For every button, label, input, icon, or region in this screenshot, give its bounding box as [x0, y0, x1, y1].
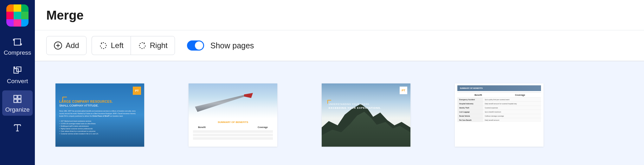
pages-area: PT LARGE COMPANY RESOURCES. SMALL COMPAN…	[35, 61, 644, 165]
page-thumbnail[interactable]: SUMMARY OF BENEFITS Benefit Coverage	[189, 83, 277, 147]
thumb-line2: EXCEEDING YOUR EXPECTATIONS.	[329, 107, 381, 109]
rotate-button-group: Left Right	[92, 36, 175, 55]
thumb-body-text: Since 1981, MHT has provided global bene…	[59, 110, 140, 135]
text-icon	[12, 122, 23, 133]
svg-rect-0	[14, 39, 21, 45]
thumb-header: SUMMARY OF BENEFITS	[457, 85, 541, 91]
rotate-left-button[interactable]: Left	[92, 36, 131, 55]
page-thumbnail[interactable]: PT UNDERSTANDING YOUR NEEDS. EXCEEDING Y…	[322, 83, 410, 147]
rotate-right-button[interactable]: Right	[131, 36, 175, 55]
sidebar-item-text[interactable]	[2, 119, 33, 135]
thumb-table-header: Benefit Coverage	[457, 92, 541, 97]
table-row: Rental VehicleCollision damage coverage	[457, 114, 541, 118]
toolbar: Add Left Right Show pages	[35, 30, 644, 61]
add-button[interactable]: Add	[46, 36, 87, 55]
svg-rect-3	[14, 95, 17, 99]
wingtip-icon	[244, 93, 253, 98]
table-row: Pet Care BenefitDaily benefit amount	[457, 118, 541, 122]
airplane-wing-icon	[195, 95, 246, 112]
main: Merge Add Left Right	[35, 0, 644, 165]
sidebar-item-compress[interactable]: Compress	[2, 34, 33, 59]
rotate-right-icon	[138, 41, 147, 50]
thumb-heading: LARGE COMPANY RESOURCES.	[59, 100, 140, 103]
table-row: Hospital IndemnityDaily benefit amount f…	[457, 101, 541, 106]
right-label: Right	[150, 41, 168, 50]
table-row: Lost LuggageUp to benefit maximum	[457, 110, 541, 114]
rotate-left-icon	[99, 41, 108, 50]
thumb-summary-title: SUMMARY OF BENEFITS	[189, 121, 277, 124]
table-row: Identity TheftCovered expenses	[457, 106, 541, 110]
organize-icon	[12, 94, 23, 104]
corner-mark-icon	[62, 97, 67, 101]
svg-rect-6	[18, 99, 21, 102]
table-row: Emergency AccidentUp to policy limit per…	[457, 97, 541, 101]
toggle-knob	[195, 41, 203, 50]
sidebar: Compress Convert Organize	[0, 0, 35, 165]
sidebar-label: Compress	[4, 49, 31, 56]
svg-rect-5	[14, 99, 17, 102]
show-pages-toggle[interactable]	[187, 40, 204, 51]
svg-rect-2	[16, 67, 21, 71]
sidebar-item-convert[interactable]: Convert	[2, 62, 33, 87]
pt-badge: PT	[133, 87, 141, 95]
page-title: Merge	[46, 8, 633, 22]
logo[interactable]	[6, 4, 29, 27]
sidebar-item-organize[interactable]: Organize	[2, 90, 33, 116]
page-thumbnail[interactable]: PT LARGE COMPANY RESOURCES. SMALL COMPAN…	[55, 83, 144, 147]
pt-badge: PT	[400, 87, 407, 94]
thumb-line1: UNDERSTANDING YOUR NEEDS.	[329, 103, 370, 105]
page-thumbnail[interactable]: SUMMARY OF BENEFITS Benefit Coverage Eme…	[455, 83, 544, 147]
svg-rect-4	[18, 95, 21, 99]
show-pages-control: Show pages	[187, 40, 254, 51]
compress-icon	[12, 37, 23, 47]
show-pages-label: Show pages	[210, 41, 254, 50]
titlebar: Merge	[35, 0, 644, 30]
thumb-table-rows	[189, 130, 277, 140]
thumb-image	[189, 83, 277, 118]
thumb-table-header: Benefit Coverage	[189, 126, 277, 128]
thumb-subheading: SMALL COMPANY ATTITUDE.	[59, 104, 140, 107]
add-label: Add	[66, 41, 79, 50]
sidebar-label: Convert	[7, 78, 28, 85]
convert-icon	[12, 65, 23, 76]
left-label: Left	[111, 41, 124, 50]
svg-rect-1	[14, 69, 18, 73]
plus-circle-icon	[54, 41, 62, 50]
sidebar-label: Organize	[5, 106, 29, 113]
